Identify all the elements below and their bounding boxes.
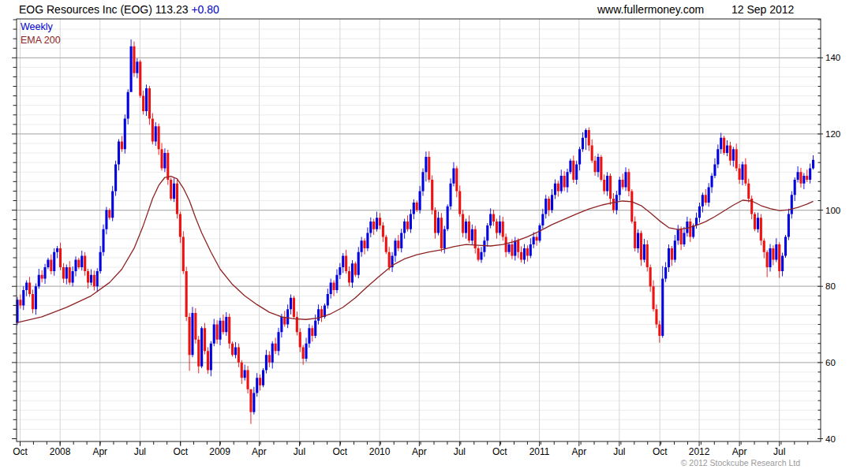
x-axis-labels: Oct2008AprJulOct2009AprJulOct2010AprJulO… bbox=[13, 446, 785, 457]
svg-text:Oct: Oct bbox=[333, 446, 348, 457]
svg-text:2012: 2012 bbox=[689, 446, 710, 457]
svg-text:Jul: Jul bbox=[454, 446, 466, 457]
svg-text:Jul: Jul bbox=[773, 446, 785, 457]
copyright-notice: © 2012 Stockcube Research Ltd bbox=[681, 458, 800, 467]
gridlines-minor bbox=[17, 29, 821, 429]
svg-text:2009: 2009 bbox=[209, 446, 230, 457]
price-change: +0.80 bbox=[191, 3, 219, 16]
svg-text:100: 100 bbox=[825, 206, 840, 215]
svg-text:80: 80 bbox=[825, 281, 836, 291]
svg-text:Apr: Apr bbox=[412, 446, 427, 457]
chart-page: 140120100806040 Oct2008AprJulOct2009AprJ… bbox=[0, 0, 868, 473]
svg-text:60: 60 bbox=[825, 358, 836, 367]
price-chart-svg: 140120100806040 Oct2008AprJulOct2009AprJ… bbox=[0, 0, 868, 473]
axis-ticks bbox=[12, 20, 823, 446]
legend-ema: EMA 200 bbox=[21, 35, 61, 46]
svg-text:Jul: Jul bbox=[613, 446, 625, 457]
svg-text:Oct: Oct bbox=[492, 446, 507, 457]
svg-text:40: 40 bbox=[825, 434, 836, 444]
svg-text:Jul: Jul bbox=[134, 446, 146, 457]
svg-text:140: 140 bbox=[825, 53, 840, 62]
svg-text:Oct: Oct bbox=[653, 446, 668, 457]
svg-text:Apr: Apr bbox=[571, 446, 586, 457]
gridlines-vertical bbox=[21, 19, 780, 441]
svg-text:2008: 2008 bbox=[50, 446, 71, 457]
ema-200-line bbox=[17, 177, 814, 323]
plot-border bbox=[17, 19, 821, 441]
svg-text:Oct: Oct bbox=[13, 446, 28, 457]
website-label: www.fullermoney.com bbox=[597, 3, 704, 16]
svg-text:2010: 2010 bbox=[369, 446, 391, 457]
candlestick-series bbox=[16, 39, 814, 424]
svg-text:Jul: Jul bbox=[294, 446, 305, 457]
y-axis-labels: 140120100806040 bbox=[825, 53, 840, 443]
date-label: 12 Sep 2012 bbox=[731, 3, 794, 16]
svg-text:Apr: Apr bbox=[92, 446, 107, 457]
svg-text:Oct: Oct bbox=[173, 446, 188, 457]
chart-title-text: EOG Resources Inc (EOG) 113.23 bbox=[19, 3, 191, 16]
svg-text:120: 120 bbox=[825, 129, 840, 139]
legend-timeframe: Weekly bbox=[21, 21, 53, 32]
chart-title: EOG Resources Inc (EOG) 113.23 +0.80 bbox=[19, 3, 219, 16]
svg-text:Apr: Apr bbox=[252, 446, 267, 457]
svg-text:Apr: Apr bbox=[732, 446, 747, 457]
svg-text:2011: 2011 bbox=[529, 446, 550, 457]
